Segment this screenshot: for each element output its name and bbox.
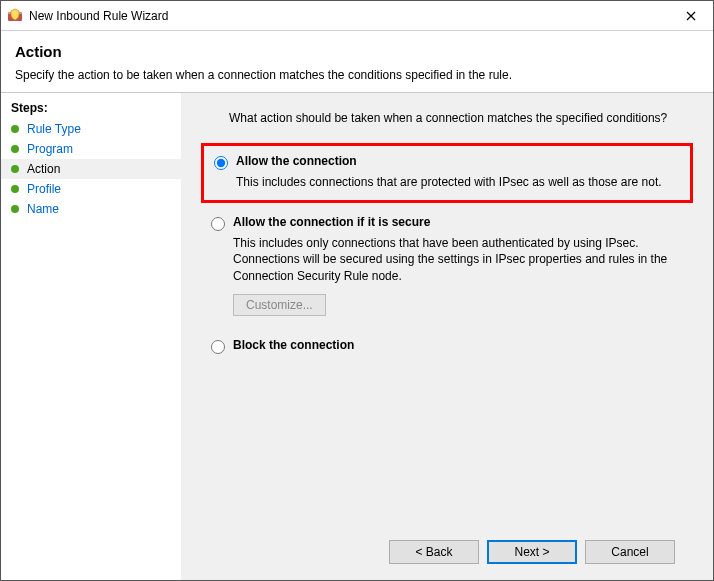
- step-program[interactable]: Program: [1, 139, 181, 159]
- option-block-label: Block the connection: [233, 338, 354, 352]
- step-action[interactable]: Action: [1, 159, 181, 179]
- customize-button: Customize...: [233, 294, 326, 316]
- step-label: Profile: [27, 182, 61, 196]
- wizard-header: Action Specify the action to be taken wh…: [1, 31, 713, 92]
- steps-heading: Steps:: [1, 101, 181, 119]
- option-allow-secure-desc: This includes only connections that have…: [233, 235, 683, 284]
- option-block-row[interactable]: Block the connection: [211, 338, 683, 354]
- radio-block[interactable]: [211, 340, 225, 354]
- step-profile[interactable]: Profile: [1, 179, 181, 199]
- titlebar: New Inbound Rule Wizard: [1, 1, 713, 31]
- wizard-content: What action should be taken when a conne…: [181, 93, 713, 580]
- window-title: New Inbound Rule Wizard: [29, 9, 669, 23]
- step-name[interactable]: Name: [1, 199, 181, 219]
- back-button[interactable]: < Back: [389, 540, 479, 564]
- close-button[interactable]: [669, 1, 713, 31]
- steps-sidebar: Steps: Rule Type Program Action Profile …: [1, 93, 181, 580]
- bullet-icon: [11, 165, 19, 173]
- page-title: Action: [15, 43, 699, 60]
- option-block: Block the connection: [201, 330, 693, 364]
- firewall-icon: [7, 8, 23, 24]
- radio-allow[interactable]: [214, 156, 228, 170]
- step-label: Rule Type: [27, 122, 81, 136]
- radio-allow-secure[interactable]: [211, 217, 225, 231]
- content-prompt: What action should be taken when a conne…: [229, 111, 693, 125]
- step-label: Name: [27, 202, 59, 216]
- option-allow-desc: This includes connections that are prote…: [236, 174, 680, 190]
- step-label: Program: [27, 142, 73, 156]
- option-allow-label: Allow the connection: [236, 154, 357, 168]
- option-allow: Allow the connection This includes conne…: [201, 143, 693, 203]
- option-allow-secure: Allow the connection if it is secure Thi…: [201, 207, 693, 326]
- option-allow-secure-row[interactable]: Allow the connection if it is secure: [211, 215, 683, 231]
- step-rule-type[interactable]: Rule Type: [1, 119, 181, 139]
- bullet-icon: [11, 125, 19, 133]
- option-allow-secure-label: Allow the connection if it is secure: [233, 215, 430, 229]
- cancel-button[interactable]: Cancel: [585, 540, 675, 564]
- next-button[interactable]: Next >: [487, 540, 577, 564]
- step-label: Action: [27, 162, 60, 176]
- option-allow-row[interactable]: Allow the connection: [214, 154, 680, 170]
- page-subtitle: Specify the action to be taken when a co…: [15, 68, 699, 82]
- bullet-icon: [11, 205, 19, 213]
- bullet-icon: [11, 145, 19, 153]
- bullet-icon: [11, 185, 19, 193]
- wizard-footer: < Back Next > Cancel: [201, 526, 693, 580]
